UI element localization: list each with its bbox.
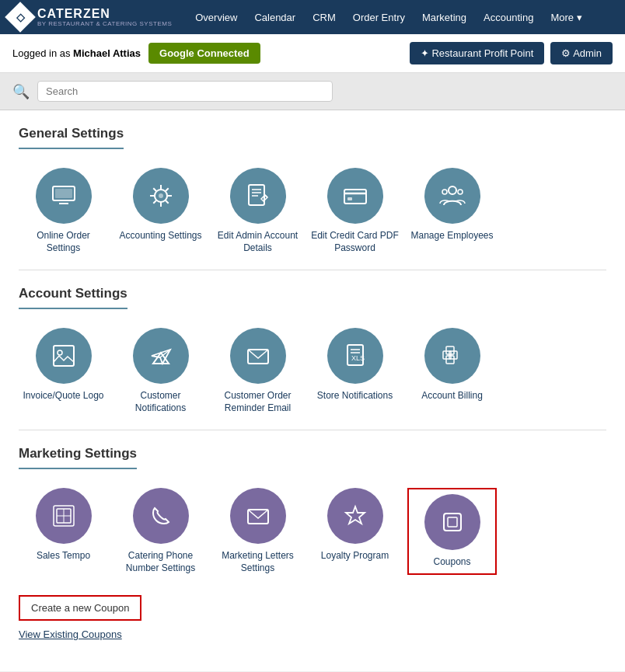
brand-diamond-icon: ◇ [5, 2, 36, 33]
svg-point-23 [442, 190, 447, 194]
svg-line-11 [165, 200, 168, 204]
invoice-quote-logo-item[interactable]: Invoice/Quote Logo [19, 328, 108, 414]
account-billing-icon [424, 328, 480, 384]
coupons-label: Coupons [433, 556, 470, 569]
marketing-letters-icon [230, 488, 286, 544]
svg-rect-36 [446, 356, 454, 364]
customer-notifications-label: Customer Notifications [116, 390, 205, 414]
account-settings-section: Account Settings Invoice/Quote Logo [19, 286, 606, 430]
nav-crm[interactable]: CRM [305, 7, 344, 28]
brand-name: CATERZEN [37, 7, 110, 20]
marketing-letters-item[interactable]: Marketing Letters Settings [213, 488, 302, 575]
online-order-settings-label: Online Order Settings [19, 230, 108, 254]
svg-point-24 [458, 190, 463, 194]
svg-rect-14 [249, 185, 264, 205]
logged-in-label: Logged in as [12, 47, 70, 59]
coupons-item[interactable]: Coupons [407, 488, 497, 575]
general-settings-title: General Settings [19, 126, 124, 149]
manage-employees-item[interactable]: Manage Employees [407, 168, 497, 254]
catering-phone-icon [133, 488, 189, 544]
edit-admin-account-label: Edit Admin Account Details [213, 230, 302, 254]
svg-rect-25 [54, 346, 74, 366]
svg-line-10 [153, 188, 156, 191]
general-settings-section: General Settings Online Order Settings [19, 126, 606, 270]
svg-rect-44 [448, 517, 457, 527]
restaurant-profit-point-button[interactable]: ✦ Restaurant Profit Point [410, 42, 544, 64]
brand-logo[interactable]: ◇ CATERZEN BY RESTAURANT & CATERING SYST… [9, 6, 172, 28]
manage-employees-icon [424, 168, 480, 224]
marketing-settings-title: Marketing Settings [19, 446, 137, 469]
header-bar: Logged in as Michael Attias Google Conne… [0, 34, 625, 73]
user-name: Michael Attias [73, 47, 141, 59]
store-notifications-item[interactable]: XLS Store Notifications [310, 328, 400, 414]
user-info: Logged in as Michael Attias Google Conne… [12, 43, 260, 64]
manage-employees-label: Manage Employees [410, 230, 493, 242]
search-icon: 🔍 [12, 83, 30, 100]
header-actions: ✦ Restaurant Profit Point ⚙ Admin [410, 42, 613, 64]
svg-text:XLS: XLS [351, 354, 365, 362]
coupons-icon [424, 494, 480, 550]
brand-sub: BY RESTAURANT & CATERING SYSTEMS [37, 20, 172, 27]
svg-point-5 [159, 193, 163, 198]
svg-point-26 [58, 350, 62, 355]
accounting-settings-item[interactable]: Accounting Settings [116, 168, 205, 254]
svg-rect-43 [444, 514, 461, 531]
account-billing-item[interactable]: Account Billing [407, 328, 497, 414]
svg-rect-33 [446, 346, 454, 354]
create-coupon-button[interactable]: Create a new Coupon [19, 595, 141, 621]
general-settings-grid: Online Order Settings [19, 162, 606, 266]
nav-marketing[interactable]: Marketing [414, 7, 474, 28]
account-billing-label: Account Billing [421, 390, 483, 402]
store-notifications-icon: XLS [327, 328, 383, 384]
svg-line-18 [265, 195, 267, 197]
online-order-settings-icon [36, 168, 92, 224]
accounting-settings-label: Accounting Settings [119, 230, 201, 242]
nav-accounting[interactable]: Accounting [476, 7, 541, 28]
store-notifications-label: Store Notifications [317, 390, 393, 402]
sales-tempo-label: Sales Tempo [37, 550, 90, 562]
loyalty-program-item[interactable]: Loyalty Program [310, 488, 400, 575]
catering-phone-label: Catering Phone Number Settings [116, 550, 205, 574]
edit-credit-card-label: Edit Credit Card PDF Password [310, 230, 400, 254]
nav-overview[interactable]: Overview [187, 7, 245, 28]
loyalty-program-icon [327, 488, 383, 544]
nav-order-entry[interactable]: Order Entry [345, 7, 413, 28]
loyalty-program-label: Loyalty Program [321, 550, 389, 562]
svg-marker-42 [346, 507, 365, 524]
main-content: General Settings Online Order Settings [0, 110, 625, 671]
search-bar: 🔍 [0, 73, 625, 110]
svg-point-22 [449, 186, 456, 194]
view-existing-coupons-link[interactable]: View Existing Coupons [19, 628, 606, 640]
customer-order-reminder-label: Customer Order Reminder Email [213, 390, 302, 414]
navbar: ◇ CATERZEN BY RESTAURANT & CATERING SYST… [0, 0, 625, 34]
admin-button[interactable]: ⚙ Admin [550, 42, 613, 64]
sales-tempo-item[interactable]: Sales Tempo [19, 488, 108, 575]
nav-calendar[interactable]: Calendar [246, 7, 303, 28]
account-settings-grid: Invoice/Quote Logo Customer Notification… [19, 322, 606, 427]
marketing-settings-grid: Sales Tempo Catering Phone Number Settin… [19, 482, 606, 587]
invoice-quote-logo-icon [36, 328, 92, 384]
nav-links: Overview Calendar CRM Order Entry Market… [187, 7, 616, 28]
marketing-settings-section: Marketing Settings Sales Tempo [19, 446, 606, 640]
accounting-settings-icon [133, 168, 189, 224]
invoice-quote-logo-label: Invoice/Quote Logo [23, 390, 103, 402]
customer-notifications-item[interactable]: Customer Notifications [116, 328, 205, 414]
edit-credit-card-icon [327, 168, 383, 224]
customer-order-reminder-icon [230, 328, 286, 384]
search-input[interactable] [37, 81, 333, 102]
svg-line-13 [153, 200, 156, 204]
svg-rect-21 [347, 197, 352, 200]
catering-phone-item[interactable]: Catering Phone Number Settings [116, 488, 205, 575]
nav-more[interactable]: More ▾ [543, 7, 589, 28]
svg-line-12 [165, 188, 168, 191]
account-settings-title: Account Settings [19, 286, 127, 309]
edit-admin-account-item[interactable]: Edit Admin Account Details [213, 168, 302, 254]
online-order-settings-item[interactable]: Online Order Settings [19, 168, 108, 254]
edit-credit-card-item[interactable]: Edit Credit Card PDF Password [310, 168, 400, 254]
sales-tempo-icon [36, 488, 92, 544]
customer-order-reminder-item[interactable]: Customer Order Reminder Email [213, 328, 302, 414]
customer-notifications-icon [133, 328, 189, 384]
marketing-letters-label: Marketing Letters Settings [213, 550, 302, 574]
google-connected-button[interactable]: Google Connected [148, 43, 260, 64]
svg-rect-3 [55, 189, 72, 198]
